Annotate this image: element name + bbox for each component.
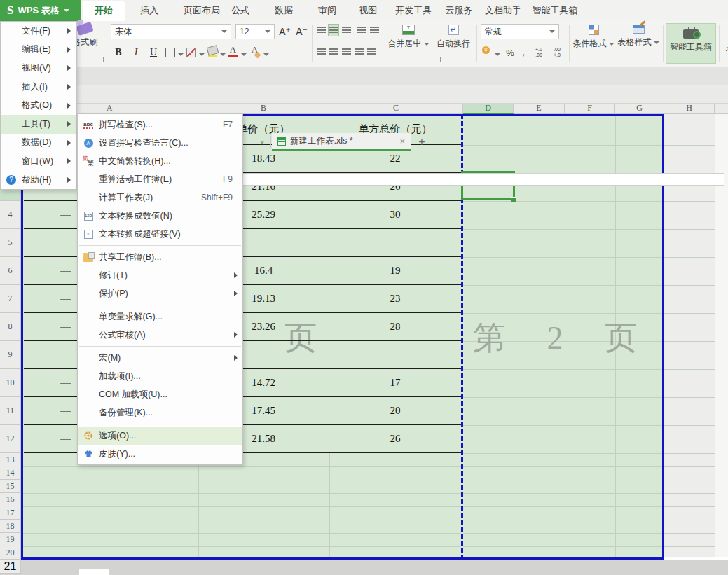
smart-toolbox-button[interactable]: 智能工具箱: [666, 23, 716, 64]
cell-c11[interactable]: 20: [329, 397, 462, 425]
menu-item-file[interactable]: 文件(F): [1, 22, 76, 41]
row-header-20[interactable]: 20: [0, 546, 20, 560]
shading-button[interactable]: [186, 48, 196, 57]
submenu-item-text-to-number[interactable]: 123 文本转换成数值(N): [78, 207, 242, 225]
submenu-item-formula-audit[interactable]: 公式审核(A): [78, 326, 242, 344]
column-header-h[interactable]: H: [664, 103, 715, 114]
tab-formulas[interactable]: 公式: [223, 0, 258, 21]
cell-c10[interactable]: 17: [329, 369, 462, 397]
column-header-g[interactable]: G: [615, 103, 664, 114]
row-header-7[interactable]: 7: [0, 285, 20, 313]
submenu-item-calculate-sheet[interactable]: 计算工作表(J) Shift+F9: [78, 188, 242, 207]
doc-tab-active[interactable]: 新建工作表.xls * ×: [272, 133, 411, 151]
submenu-item-protect[interactable]: 保护(P): [78, 284, 242, 303]
submenu-item-macro[interactable]: 宏(M): [78, 349, 242, 367]
tab-cloud[interactable]: 云服务: [440, 0, 478, 21]
tab-review[interactable]: 审阅: [310, 0, 345, 21]
font-name-select[interactable]: 宋体: [111, 24, 231, 39]
tab-insert[interactable]: 插入: [130, 0, 168, 21]
tab-data[interactable]: 数据: [266, 0, 301, 21]
chevron-down-icon[interactable]: [64, 9, 69, 12]
cell-c6[interactable]: 19: [329, 257, 462, 285]
underline-button[interactable]: U: [146, 45, 161, 60]
chevron-down-icon[interactable]: [495, 53, 500, 56]
submenu-item-backup-manager[interactable]: 备份管理(K)...: [78, 403, 242, 422]
row-header-19[interactable]: 19: [0, 533, 20, 546]
dialog-launcher-icon[interactable]: [436, 57, 441, 62]
percent-button[interactable]: %: [503, 46, 517, 59]
row-header-8[interactable]: 8: [0, 313, 20, 341]
shrink-font-button[interactable]: A⁻: [294, 24, 309, 39]
cell-c5[interactable]: [329, 229, 462, 257]
cell-c8[interactable]: 28: [329, 313, 462, 341]
submenu-item-goal-seek[interactable]: 单变量求解(G)...: [78, 307, 242, 326]
chevron-down-icon[interactable]: [241, 53, 247, 56]
sum-button[interactable]: Σ 求和: [720, 24, 728, 55]
row-header-18[interactable]: 18: [0, 520, 20, 533]
justify-button[interactable]: [353, 45, 364, 57]
clear-format-button[interactable]: A: [249, 44, 260, 57]
row-header-9[interactable]: 9: [0, 341, 20, 369]
cell-c9[interactable]: [329, 341, 462, 369]
row-header-21[interactable]: 21: [0, 560, 21, 574]
row-header-11[interactable]: 11: [0, 397, 20, 425]
comma-style-button[interactable]: ，: [518, 46, 528, 59]
decrease-indent-button[interactable]: [356, 24, 367, 36]
column-header-e[interactable]: E: [514, 103, 565, 114]
submenu-item-recalculate-workbook[interactable]: 重算活动工作簿(E) F9: [78, 170, 242, 188]
menu-item-edit[interactable]: 编辑(E): [1, 41, 76, 60]
menu-item-view[interactable]: 视图(V): [1, 59, 76, 78]
new-tab-button[interactable]: +: [415, 136, 429, 148]
column-header-b[interactable]: B: [198, 103, 329, 114]
align-center-button[interactable]: [328, 45, 339, 57]
table-style-button[interactable]: 表格样式: [617, 25, 660, 48]
column-header-d[interactable]: D: [463, 103, 514, 114]
borders-button[interactable]: [165, 48, 175, 57]
column-header-f[interactable]: F: [565, 103, 615, 114]
row-header-12[interactable]: 12: [0, 425, 20, 453]
column-header-c[interactable]: C: [329, 103, 463, 114]
menu-item-help[interactable]: ?帮助(H): [1, 171, 76, 190]
submenu-item-com-addins[interactable]: COM 加载项(U)...: [78, 385, 242, 403]
cell-c7[interactable]: 23: [329, 285, 462, 313]
row-header-14[interactable]: 14: [0, 466, 20, 480]
decrease-decimal-button[interactable]: .00 +.0: [549, 46, 565, 59]
align-top-button[interactable]: [315, 24, 327, 36]
row-header-13[interactable]: 13: [0, 453, 20, 466]
menu-item-data[interactable]: 数据(D): [1, 134, 76, 153]
currency-button[interactable]: ¥: [482, 46, 490, 54]
align-bottom-button[interactable]: [341, 24, 352, 36]
fill-color-button[interactable]: [207, 46, 218, 57]
submenu-item-options[interactable]: 选项(O)...: [78, 427, 242, 445]
chevron-down-icon[interactable]: [178, 53, 184, 56]
row-header-10[interactable]: 10: [0, 369, 20, 397]
increase-decimal-button[interactable]: +.0 .00: [531, 46, 547, 59]
merge-center-button[interactable]: T 合并居中: [385, 25, 432, 50]
cell-c12[interactable]: 26: [329, 425, 462, 453]
conditional-format-button[interactable]: 条件格式: [572, 25, 615, 50]
increase-indent-button[interactable]: [369, 24, 380, 36]
tab-smart-toolbox[interactable]: 智能工具箱: [528, 0, 582, 21]
close-icon[interactable]: ×: [259, 137, 265, 148]
submenu-item-skin[interactable]: 皮肤(Y)...: [78, 445, 242, 463]
submenu-item-spellcheck-language[interactable]: A 设置拼写检查语言(C)...: [78, 134, 242, 152]
tab-developer[interactable]: 开发工具: [390, 0, 437, 21]
chevron-down-icon[interactable]: [199, 53, 205, 56]
bold-button[interactable]: B: [111, 45, 126, 60]
number-format-select[interactable]: 常规: [481, 24, 559, 39]
row-header-17[interactable]: 17: [0, 506, 20, 520]
submenu-item-addins[interactable]: 加载项(I)...: [78, 367, 242, 385]
fill-handle[interactable]: [511, 197, 516, 202]
chevron-down-icon[interactable]: [220, 53, 226, 56]
wrap-text-button[interactable]: ↵ 自动换行: [433, 25, 474, 50]
row-header-5[interactable]: 5: [0, 229, 20, 257]
submenu-item-share-workbook[interactable]: 共享工作簿(B)...: [78, 248, 242, 266]
menu-item-format[interactable]: 格式(O): [1, 96, 76, 115]
chevron-down-icon[interactable]: [263, 53, 269, 56]
tab-doc-assistant[interactable]: 文档助手: [482, 0, 524, 21]
font-color-button[interactable]: A: [228, 44, 238, 57]
align-right-button[interactable]: [341, 45, 352, 57]
menu-item-insert[interactable]: 插入(I): [1, 78, 76, 97]
submenu-item-chinese-convert[interactable]: 简繁 中文简繁转换(H)...: [78, 152, 242, 170]
italic-button[interactable]: I: [128, 45, 144, 60]
